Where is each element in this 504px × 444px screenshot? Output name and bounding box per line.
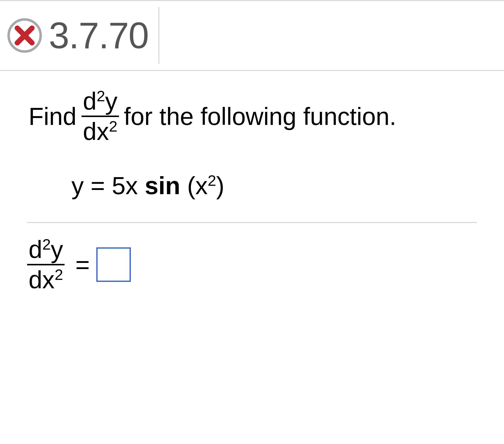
ans-num-exp: 2: [42, 236, 51, 253]
incorrect-icon: [7, 18, 42, 53]
answer-fraction-denominator: dx2: [27, 267, 65, 293]
eq-func: sin: [144, 172, 180, 199]
header-left: 3.7.70: [7, 7, 159, 64]
num-var: y: [105, 87, 118, 115]
den-exp: 2: [109, 118, 117, 135]
problem-number: 3.7.70: [49, 14, 148, 57]
eq-exp: 2: [208, 172, 216, 189]
fraction-bar: [82, 115, 119, 117]
eq-open: (x: [187, 172, 208, 199]
den-base: dx: [83, 117, 109, 145]
eq-coef: 5x: [112, 172, 138, 199]
derivative-fraction: d2y dx2: [82, 88, 119, 144]
num-base: d: [83, 87, 97, 115]
answer-derivative-fraction: d2y dx2: [27, 237, 65, 293]
eq-sp2: [180, 172, 187, 199]
equation-line: y = 5x sin (x2): [72, 171, 477, 200]
ans-num-var: y: [51, 236, 63, 263]
ans-num-base: d: [29, 236, 42, 263]
answer-block: d2y dx2 =: [27, 223, 477, 293]
answer-fraction-bar: [27, 264, 65, 265]
question-text: Find d2y dx2 for the following function.: [27, 88, 477, 144]
ans-den-exp: 2: [55, 266, 63, 283]
problem-header: 3.7.70: [0, 1, 504, 71]
eq-lhs: y: [72, 172, 84, 199]
content-area: Find d2y dx2 for the following function.…: [0, 71, 504, 293]
eq-sign: =: [84, 172, 112, 199]
eq-close: ): [216, 172, 224, 199]
ans-den-base: dx: [29, 266, 55, 294]
text-prefix: Find: [27, 102, 78, 130]
fraction-numerator: d2y: [82, 88, 119, 114]
answer-input[interactable]: [96, 247, 131, 282]
text-suffix: for the following function.: [123, 102, 398, 130]
answer-equals: =: [75, 251, 90, 279]
x-icon: [14, 25, 36, 46]
question-block: Find d2y dx2 for the following function.…: [27, 88, 477, 223]
eq-sp1: [138, 172, 145, 199]
fraction-denominator: dx2: [82, 118, 119, 144]
num-exp: 2: [97, 88, 105, 105]
answer-fraction-numerator: d2y: [27, 237, 65, 262]
